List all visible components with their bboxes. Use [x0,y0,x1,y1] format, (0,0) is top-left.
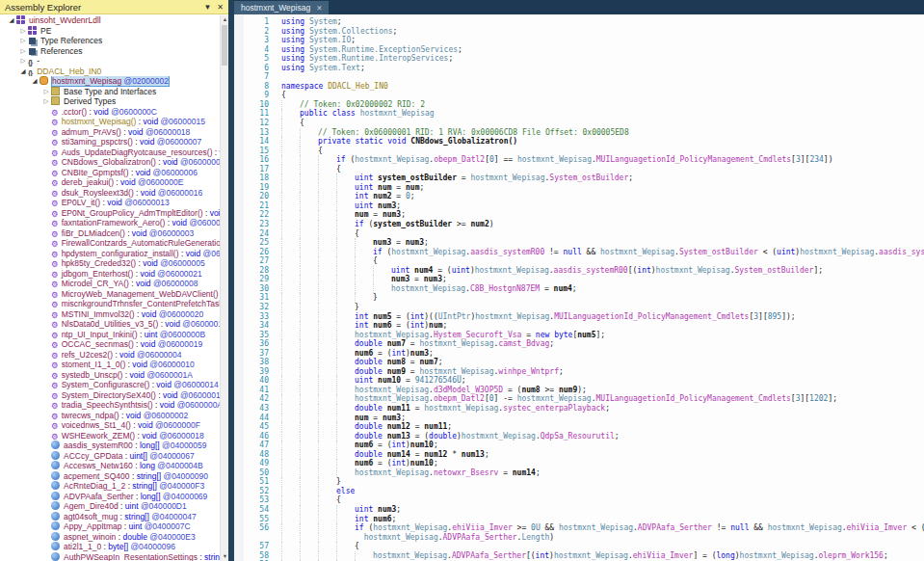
expander-icon[interactable]: ▷ [41,87,51,97]
token: num10 [410,459,434,468]
tree-item[interactable]: ⚙MicroyWeb_Management_WebDAVClient() : v… [0,289,228,300]
line-number: 4 [244,45,269,55]
expander-icon[interactable]: ▷ [18,46,28,57]
token: [( [628,266,638,275]
tree-item[interactable]: ▷References [0,46,228,57]
tree-item[interactable]: ADVPAafa_Serther : long[] @04000069 [0,492,228,502]
tree-item[interactable]: ⚙sti3aming_pspctrs() : void @06000007 [0,137,228,147]
tree-item[interactable]: ⚙fiBr_DLMiadcen() : void @06000003 [0,228,228,239]
expander-icon[interactable]: ◢ [7,15,16,26]
tree-item[interactable]: AuthPWSeapIn_ResentationSettings : strin… [0,552,228,561]
tab-hostmxnt-wepisag[interactable]: hostmxnt_Wepisag ✕ [234,1,329,14]
line-number: 10 [244,100,269,110]
tree-item[interactable]: aasdis_systemR00 : long[] @04000059 [0,441,228,451]
indent-guide [300,192,318,201]
tree-item[interactable]: ⚙hpk85ty_Creded32() : void @06000005 [0,258,228,269]
tree-item[interactable]: ⚙EP0Nt_GroupPolicy_AdmTmpltEditor() : vo… [0,208,228,219]
tree-item[interactable]: ⚙twrecws_ndpa() : void @06000002 [0,411,228,421]
tree-item[interactable]: Agem_Dire40d : uint @040000D1 [0,501,228,512]
tree-item[interactable]: ⚙dsuk_Roysleext3d() : void @06000016 [0,188,228,199]
tree-item[interactable]: ⚙ntp_UI_Input_Inkini() : uint @0600000B [0,330,228,340]
tree-item[interactable]: ⚙Auds_UpdateDiagRyotcause_resources() : … [0,147,228,158]
expander-icon[interactable]: ◢ [30,76,40,87]
code-line: 32 } [244,303,924,312]
tree-item[interactable]: ⚙voicednws_St1_4() : void @0600000F [0,420,228,431]
tree-item[interactable]: ◢uinsoht_WvdenrLdll [0,15,228,26]
tree-item[interactable]: ⚙systedb_Unscp() : void @0600001A [0,370,228,381]
tree-item[interactable]: ⚙dereb_jeakui() : void @0600000E [0,177,228,188]
tree-item[interactable]: ⚙FirewallContzards_AutomaticRuleGenerati… [0,238,228,249]
window-position-icon[interactable]: ▼ [203,3,211,12]
tree-item[interactable]: aspnet_winoin : double @040000E3 [0,532,228,543]
tree-item[interactable]: ⚙.cctor() : void @0600000C [0,107,228,118]
indent-guide [300,137,318,147]
tree-item[interactable]: ⚙System_DirectorySeX40() : void @0600001… [0,390,228,401]
token: if [355,220,364,228]
scroll-up-icon[interactable]: ▲ [221,15,229,24]
tree-scrollbar[interactable]: ▲ ▼ [220,15,228,561]
tree-item[interactable]: acpement_SQ400 : string[] @04000090 [0,471,228,482]
tree-item[interactable]: agt04soft_mug : string[] @04000047 [0,512,228,522]
tree-item[interactable]: ▷Type References [0,36,228,46]
tree-item[interactable]: ⚙CNBIte_Gpmptsf() : void @06000006 [0,168,228,178]
tree-item[interactable]: ⚙refs_U2ces2() : void @06000004 [0,350,228,361]
tree-item[interactable]: ⚙EP0LV_it() : void @06000013 [0,198,228,208]
tree-item[interactable]: ▷PE [0,26,228,37]
tree-item[interactable]: ⚙faxntationFramework_Aero() : void @0600… [0,218,228,228]
tree-item[interactable]: ⚙hpdystem_configuratioz_install() : void… [0,249,228,259]
tree-item[interactable]: ⚙jdbgom_Enterhost() : void @06000021 [0,269,228,280]
tree-item[interactable]: ◢{}DDACL_Heb_IN0 [0,67,228,77]
indent-guide [300,165,318,174]
tree-item[interactable]: ◢hostmxnt_Wepisag @02000002 [0,76,228,87]
assembly-tree[interactable]: ◢uinsoht_WvdenrLdll▷PE▷Type References▷R… [0,14,228,561]
expander-icon[interactable]: ▷ [18,36,28,46]
expander-icon[interactable]: ▷ [41,96,51,107]
tree-item[interactable]: ▷Derived Types [0,96,228,107]
token: @0400004B [155,461,203,470]
tree-item[interactable]: Appy_AppItmap : uint @0400007C [0,521,228,532]
tree-item[interactable]: ▷Base Type and Interfaces [0,87,228,97]
token: MUILanguagetionId_PolicyManagement_Cmdle… [596,394,791,403]
token: string[] [132,481,157,491]
token: hostmxnt_Wepisag [355,386,429,394]
token: ]; [595,331,605,339]
tree-item[interactable]: ⚙System_Configurascre() : void @06000014 [0,380,228,390]
token: long [716,551,734,560]
token: namespace [281,82,328,91]
expander-icon[interactable]: ▷ [18,26,28,37]
tree-item[interactable]: ⚙CNBdows_Globalizatron() : void @0600000… [0,157,228,168]
scrollbar-thumb[interactable] [222,25,227,66]
token: { [336,495,341,504]
tree-item[interactable]: AcRnteDiag_1_2 : string[] @040000F3 [0,481,228,492]
code-line: 57 { [244,542,924,551]
token: C8B_HostgnN87EM [470,284,540,293]
line-number: 36 [244,339,269,349]
token: = [406,358,419,366]
tree-item[interactable]: ⚙tradia_SpeechSynthtsis() : void @060000… [0,400,228,411]
line-number: 23 [244,220,269,229]
tree-item[interactable]: ⚙MSTINI_Immvol32() : void @06000020 [0,309,228,320]
breakpoint-gutter[interactable] [234,14,244,561]
decompiled-source[interactable]: 1using System;2using System.Collections;… [244,14,924,561]
tree-item[interactable]: ⚙miscnkgroundTrhnsfer_ContentPrefetchTas… [0,299,228,309]
tree-item[interactable]: ⚙Microdel_CR_YA() : void @06000008 [0,279,228,289]
tree-item[interactable]: ▷{}- [0,56,228,67]
token: ; [458,45,462,54]
token: private static void [318,137,410,146]
tree-item[interactable]: ⚙OCCAC_secnmas() : void @06000019 [0,339,228,350]
tab-close-icon[interactable]: ✕ [316,4,322,13]
close-icon[interactable]: ✕ [217,3,224,12]
scroll-down-icon[interactable]: ▼ [221,552,229,561]
tree-item[interactable]: ⚙hostmxnt_Wepisag() : void @06000015 [0,117,228,127]
tree-item[interactable]: ACCcy_GPData : uint[] @04000067 [0,451,228,462]
expander-icon[interactable]: ▷ [18,56,28,67]
tree-item[interactable]: ⚙admum_PrAVs() : void @06000018 [0,127,228,138]
expander-icon[interactable]: ◢ [18,67,28,77]
tree-item[interactable]: ati2l1_1_0 : byte[] @04000096 [0,542,228,552]
indent-guide [281,220,300,229]
tree-item[interactable]: ⚙WSHEework_ZEM() : void @06000018 [0,431,228,441]
token: ; [447,422,452,431]
tree-item[interactable]: Accesws_Netw160 : long @0400004B [0,461,228,471]
tree-item[interactable]: ⚙NlsData0d_Utilities_v3_5() : void @0600… [0,319,228,330]
tree-item[interactable]: ⚙stoment_I1_1_0() : void @06000010 [0,360,228,370]
